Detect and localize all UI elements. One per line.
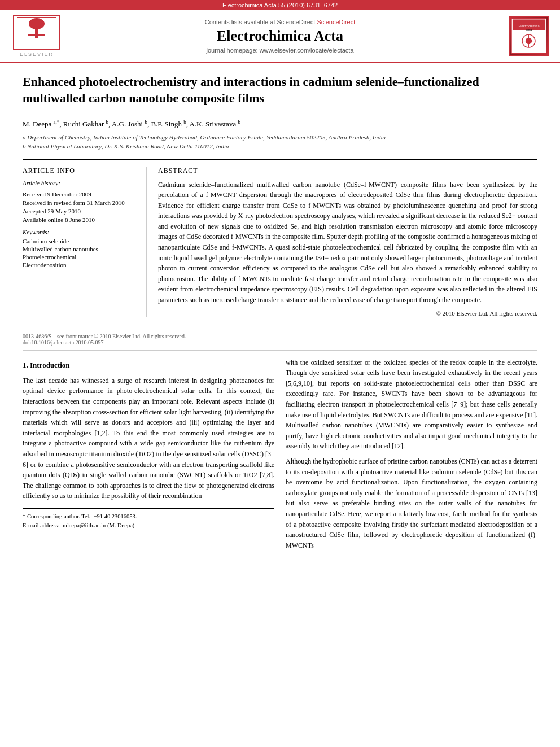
received-date: Received 9 December 2009	[23, 191, 138, 198]
corresponding-footnote: * Corresponding author. Tel.: +91 40 230…	[23, 512, 274, 521]
footnote-area: * Corresponding author. Tel.: +91 40 230…	[23, 508, 274, 530]
body-col-right: with the oxidized sensitizer or the oxid…	[286, 357, 537, 556]
contents-line: Contents lists available at ScienceDirec…	[62, 19, 498, 25]
article-title: Enhanced photoelectrochemistry and inter…	[23, 74, 537, 112]
body-section: 1. Introduction The last decade has witn…	[23, 357, 537, 556]
keyword-2: Multiwalled carbon nanotubes	[23, 246, 138, 252]
journal-logo-image: Electrochimica Acta	[509, 16, 549, 56]
keyword-3: Photoelectrochemical	[23, 254, 138, 260]
elsevier-logo-box	[13, 15, 60, 50]
article-history-label: Article history:	[23, 180, 138, 186]
journal-logo-right: Electrochimica Acta	[498, 16, 549, 56]
journal-center: Contents lists available at ScienceDirec…	[62, 19, 498, 54]
article-info-heading: ARTICLE INFO	[23, 167, 138, 175]
authors-line: M. Deepa a,*, Ruchi Gakhar b, A.G. Joshi…	[23, 119, 537, 129]
keyword-1: Cadmium selenide	[23, 238, 138, 244]
intro-para-2-right: with the oxidized sensitizer or the oxid…	[286, 357, 537, 452]
svg-text:Electrochimica: Electrochimica	[518, 24, 540, 28]
elsevier-tree-icon	[17, 17, 56, 45]
journal-citation-text: Electrochimica Acta 55 (2010) 6731–6742	[222, 2, 338, 8]
journal-citation-banner: Electrochimica Acta 55 (2010) 6731–6742	[0, 0, 560, 10]
intro-para-3-right: Although the hydrophobic surface of pris…	[286, 456, 537, 551]
accepted-date: Accepted 29 May 2010	[23, 208, 138, 215]
copyright-notice: © 2010 Elsevier Ltd. All rights reserved…	[158, 310, 537, 317]
journal-homepage: journal homepage: www.elsevier.com/locat…	[62, 47, 498, 54]
journal-title: Electrochimica Acta	[62, 28, 498, 45]
email-footnote: E-mail address: mdeepa@iith.ac.in (M. De…	[23, 521, 274, 530]
keywords-label: Keywords:	[23, 229, 138, 235]
issn-line: 0013-4686/$ – see front matter © 2010 El…	[23, 333, 537, 339]
intro-section-title: 1. Introduction	[23, 360, 274, 371]
doi-line: doi:10.1016/j.electacta.2010.05.097	[23, 339, 537, 346]
article-info-column: ARTICLE INFO Article history: Received 9…	[23, 167, 147, 317]
body-col-left: 1. Introduction The last decade has witn…	[23, 357, 274, 556]
elsevier-logo: ELSEVIER	[11, 15, 62, 57]
doi-info: 0013-4686/$ – see front matter © 2010 El…	[23, 333, 537, 351]
revised-date: Received in revised form 31 March 2010	[23, 199, 138, 206]
svg-text:Acta: Acta	[526, 28, 532, 32]
affiliation-a: a Department of Chemistry, Indian Instit…	[23, 133, 537, 142]
affiliation-b: b National Physical Laboratory, Dr. K.S.…	[23, 142, 537, 151]
keyword-4: Electrodeposition	[23, 261, 138, 268]
intro-para-1: The last decade has witnessed a surge of…	[23, 375, 274, 501]
sciencedirect-link[interactable]: ScienceDirect	[317, 19, 355, 25]
abstract-text: Cadmium selenide–functionalized multiwal…	[158, 180, 537, 305]
affiliations: a Department of Chemistry, Indian Instit…	[23, 133, 537, 151]
electrochimica-logo-icon: Electrochimica Acta	[511, 18, 546, 54]
abstract-column: ABSTRACT Cadmium selenide–functionalized…	[158, 167, 537, 317]
abstract-heading: ABSTRACT	[158, 167, 537, 175]
svg-rect-3	[28, 34, 45, 36]
elsevier-name-text: ELSEVIER	[20, 51, 54, 57]
journal-header: ELSEVIER Contents lists available at Sci…	[0, 10, 560, 63]
available-date: Available online 8 June 2010	[23, 216, 138, 223]
article-info-abstract-section: ARTICLE INFO Article history: Received 9…	[23, 159, 537, 324]
svg-point-1	[29, 18, 45, 29]
article-content: Enhanced photoelectrochemistry and inter…	[0, 63, 560, 566]
